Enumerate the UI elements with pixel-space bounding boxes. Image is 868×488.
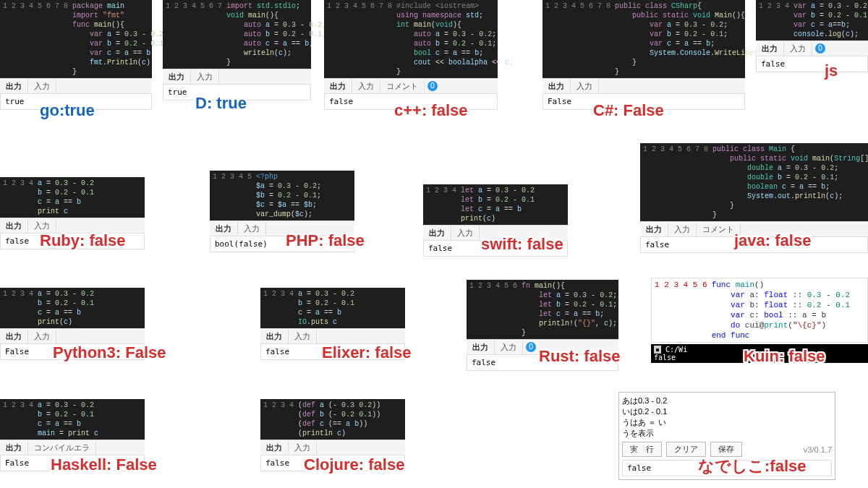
line-gutter: 1 2 3 4 <box>756 1 793 39</box>
result-label-kuin: Kuin: false <box>744 347 825 366</box>
result-label-js: js <box>825 61 838 80</box>
output-text: false <box>756 56 868 72</box>
tab-compile[interactable]: コンパイルエラ <box>28 441 96 455</box>
tab-out[interactable]: 出力 <box>640 223 668 236</box>
output-tabs: 出力入力 <box>260 440 405 455</box>
tab-out[interactable]: 出力 <box>324 80 352 93</box>
tab-comment[interactable]: コメント <box>380 80 425 93</box>
code-editor: 1 2 3 4 5 6 7 8#include <iostream> using… <box>324 0 498 78</box>
button-row: 実 行クリア保存v3/0.1.7 <box>622 442 832 457</box>
line-gutter: 1 2 3 4 <box>0 289 38 327</box>
save-button[interactable]: 保存 <box>710 442 742 457</box>
source-code: a = 0.3 - 0.2 b = 0.2 - 0.1 c = a == b I… <box>298 289 359 327</box>
result-label-haskell: Haskell: False <box>51 455 157 474</box>
tab-in[interactable]: 入力 <box>289 330 317 343</box>
code-editor: 1 2 3 4 5 6fn main(){ let a = 0.3 - 0.2;… <box>467 280 618 339</box>
tab-in[interactable]: 入力 <box>289 441 317 455</box>
result-label-elixir: Elixer: false <box>322 343 412 362</box>
source-code: let a = 0.3 - 0.2 let b = 0.2 - 0.1 let … <box>461 186 539 223</box>
tab-out[interactable]: 出力 <box>0 441 28 455</box>
source-code: #include <iostream> using namespace std;… <box>396 1 518 77</box>
tab-in[interactable]: 入力 <box>28 330 56 343</box>
code-editor: 1 2 3 4 5 6 7import std.stdio; void main… <box>163 0 311 69</box>
tab-in[interactable]: 入力 <box>668 223 697 236</box>
code-editor: 1 2 3 4 5<?php $a = 0.3 - 0.2; $b = 0.2 … <box>210 171 354 221</box>
source-code: a = 0.3 - 0.2 b = 0.2 - 0.1 c = a == b m… <box>38 401 103 438</box>
line-gutter: 1 2 3 4 <box>0 401 38 438</box>
tab-in[interactable]: 入力 <box>784 42 812 56</box>
run-button[interactable]: 実 行 <box>622 442 662 457</box>
tab-in[interactable]: 入力 <box>191 70 219 84</box>
result-label-php: PHP: false <box>286 231 365 250</box>
code-editor: 1 2 3 4let a = 0.3 - 0.2 let b = 0.2 - 0… <box>423 184 568 225</box>
code-panel-js: 1 2 3 4var a = 0.3 - 0.2; var b = 0.2 - … <box>756 0 868 72</box>
line-gutter: 1 2 3 4 5 6 7 8 <box>542 1 615 77</box>
tab-out[interactable]: 出力 <box>210 222 238 236</box>
tab-in[interactable]: 入力 <box>238 222 266 236</box>
comment-badge: 0 <box>427 81 438 91</box>
source-code: import std.stdio; void main(){ auto a = … <box>226 1 331 67</box>
line-gutter: 1 2 3 4 5 6 7 <box>163 1 226 67</box>
line-gutter: 1 2 3 4 <box>423 186 461 223</box>
tab-in[interactable]: 入力 <box>571 80 599 93</box>
code-panel-go: 1 2 3 4 5 6 7 8package main import "fmt"… <box>0 0 152 110</box>
code-editor: 1 2 3 4a = 0.3 - 0.2 b = 0.2 - 0.1 c = a… <box>0 177 145 218</box>
tab-in[interactable]: 入力 <box>352 80 380 93</box>
tab-out[interactable]: 出力 <box>0 80 28 93</box>
source-code: public class Main { public static void m… <box>712 145 868 220</box>
source-code: public class CSharp{ public static void … <box>615 1 775 77</box>
code-editor: 1 2 3 4(def a (- 0.3 0.2)) (def b (- 0.2… <box>260 399 405 440</box>
result-label-java: java: false <box>734 231 811 250</box>
tab-out[interactable]: 出力 <box>260 330 289 343</box>
tab-out[interactable]: 出力 <box>0 219 28 233</box>
result-label-swift: swift: false <box>481 235 563 254</box>
source-code: a = 0.3 - 0.2 b = 0.2 - 0.1 c = a == b p… <box>38 179 98 216</box>
tab-out[interactable]: 出力 <box>260 441 289 455</box>
source-code: <?php $a = 0.3 - 0.2; $b = 0.2 - 0.1; $c… <box>256 172 326 219</box>
output-tabs: 出力入力 <box>260 328 405 343</box>
code-editor: 1 2 3 4var a = 0.3 - 0.2; var b = 0.2 - … <box>756 0 868 40</box>
source-code: a = 0.3 - 0.2 b = 0.2 - 0.1 c = a == b p… <box>38 289 98 327</box>
result-label-python: Python3: False <box>53 343 166 362</box>
line-gutter: 1 2 3 4 5 6 7 8 <box>640 145 712 220</box>
tab-out[interactable]: 出力 <box>0 330 28 343</box>
output-tabs: 出力入力コメント0 <box>324 78 498 93</box>
line-gutter: 1 2 3 4 5 <box>210 172 256 219</box>
tab-out[interactable]: 出力 <box>163 70 191 84</box>
tab-in[interactable]: 入力 <box>28 80 56 93</box>
line-gutter: 1 2 3 4 <box>260 401 298 438</box>
tab-in[interactable]: 入力 <box>28 219 56 233</box>
tab-out[interactable]: 出力 <box>467 341 495 354</box>
clear-button[interactable]: クリア <box>666 442 706 457</box>
line-gutter: 1 2 3 4 5 6 7 8 <box>0 1 72 77</box>
source-code: fn main(){ let a = 0.3 - 0.2; let b = 0.… <box>522 281 621 338</box>
code-editor: 1 2 3 4a = 0.3 - 0.2 b = 0.2 - 0.1 c = a… <box>0 288 145 328</box>
comment-badge: 0 <box>526 342 536 352</box>
result-label-cpp: c++: false <box>394 101 468 120</box>
version-label: v3/0.1.7 <box>804 445 832 454</box>
result-label-d: D: true <box>195 94 247 113</box>
result-label-rust: Rust: false <box>539 347 620 366</box>
tab-out[interactable]: 出力 <box>756 42 784 56</box>
tab-out[interactable]: 出力 <box>423 226 451 240</box>
result-label-nadesiko: なでしこ:false <box>698 455 806 477</box>
line-gutter: 1 2 3 4 <box>260 289 298 327</box>
tab-in[interactable]: 入力 <box>451 226 480 240</box>
code-editor: 1 2 3 4 5 6 7 8public class Main { publi… <box>640 143 868 221</box>
result-label-csharp: C#: False <box>593 101 664 120</box>
code-editor: 1 2 3 4 5 6 7 8public class CSharp{ publ… <box>542 0 745 78</box>
output-tabs: 出力入力 <box>0 78 152 93</box>
source-code: (def a (- 0.3 0.2)) (def b (- 0.2 0.1)) … <box>298 401 385 438</box>
source-code: var a = 0.3 - 0.2; var b = 0.2 - 0.1; va… <box>793 1 868 39</box>
code-panel-cpp: 1 2 3 4 5 6 7 8#include <iostream> using… <box>324 0 498 110</box>
code-editor: 1 2 3 4a = 0.3 - 0.2 b = 0.2 - 0.1 c = a… <box>260 288 405 328</box>
output-tabs: 出力入力 <box>542 78 745 93</box>
code-panel-csharp: 1 2 3 4 5 6 7 8public class CSharp{ publ… <box>542 0 745 110</box>
output-tabs: 出力コンパイルエラ <box>0 440 145 455</box>
source-code[interactable]: あは0.3 - 0.2 いは0.2 - 0.1 うはあ ＝ い うを表示 <box>622 395 832 439</box>
tab-out[interactable]: 出力 <box>542 80 571 93</box>
output-tabs: 出力入力0 <box>756 40 868 56</box>
line-gutter: 1 2 3 4 <box>0 179 38 216</box>
tab-in[interactable]: 入力 <box>495 341 523 354</box>
source-code: package main import "fmt" func main(){ v… <box>72 1 168 77</box>
